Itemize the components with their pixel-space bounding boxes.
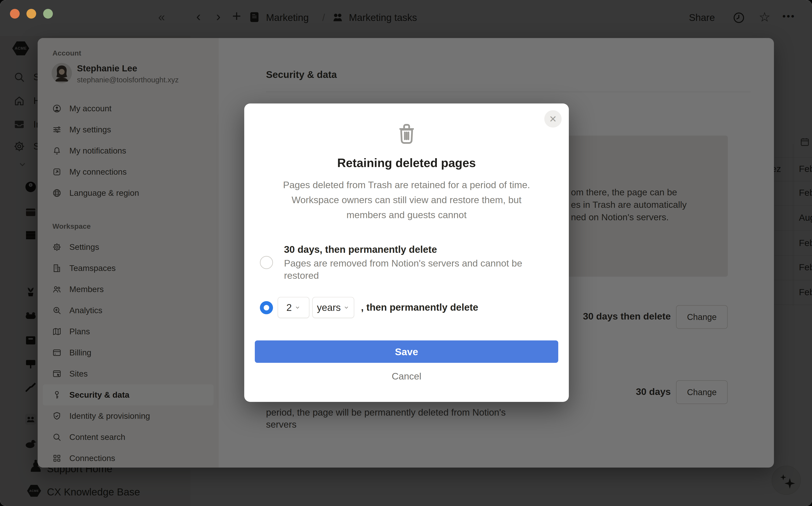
chevron-down-icon	[294, 304, 301, 311]
option-30-days-label[interactable]: 30 days, then permanently delete	[284, 244, 437, 255]
option-custom-suffix: , then permanently delete	[361, 302, 478, 313]
app-window: « ‹ › + Marketing / Marketing tasks Shar…	[0, 0, 812, 506]
save-button[interactable]: Save	[255, 340, 558, 363]
retention-unit-select[interactable]: years	[312, 297, 354, 318]
radio-30-days[interactable]	[260, 256, 273, 269]
window-close-button[interactable]	[10, 9, 20, 19]
window-minimize-button[interactable]	[26, 9, 36, 19]
radio-custom-period[interactable]	[260, 301, 273, 314]
retention-number-value: 2	[286, 302, 292, 313]
retention-unit-value: years	[317, 302, 341, 313]
chevron-down-icon	[343, 304, 349, 311]
option-30-days-subtext: Pages are removed from Notion's servers …	[284, 257, 522, 282]
modal-description-line: Pages deleted from Trash are retained fo…	[257, 177, 556, 192]
retaining-deleted-pages-modal: ✕ Retaining deleted pages Pages deleted …	[244, 103, 569, 402]
modal-description-line: members and guests cannot	[257, 207, 556, 222]
window-zoom-button[interactable]	[43, 9, 53, 19]
close-icon[interactable]: ✕	[544, 110, 562, 128]
trash-icon	[394, 121, 419, 146]
option-subtext-line: Pages are removed from Notion's servers …	[284, 257, 522, 269]
modal-description: Pages deleted from Trash are retained fo…	[257, 177, 556, 222]
retention-number-select[interactable]: 2	[278, 297, 310, 318]
modal-title: Retaining deleted pages	[244, 156, 569, 170]
modal-description-line: Workspace owners can still view and rest…	[257, 192, 556, 207]
option-subtext-line: restored	[284, 269, 522, 282]
cancel-button[interactable]: Cancel	[244, 371, 569, 382]
